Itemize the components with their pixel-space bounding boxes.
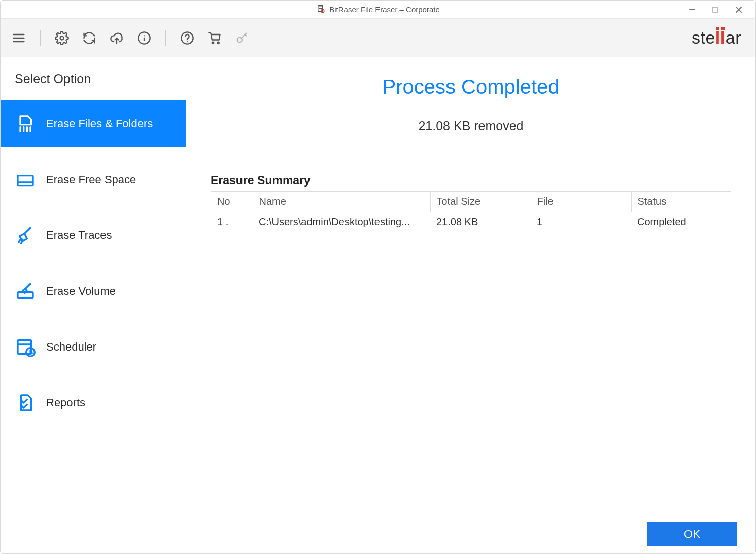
svg-point-17	[212, 42, 214, 44]
divider	[217, 148, 725, 148]
sidebar-item-label: Erase Files & Folders	[46, 117, 153, 130]
settings-gear-icon[interactable]	[53, 29, 71, 47]
calendar-clock-icon	[15, 336, 36, 358]
sidebar-header: Select Option	[1, 72, 186, 100]
sidebar-item-label: Erase Volume	[46, 285, 116, 298]
sidebar-item-reports[interactable]: Reports	[1, 379, 186, 426]
svg-rect-29	[18, 340, 31, 354]
col-size: Total Size	[430, 192, 531, 212]
svg-rect-24	[18, 176, 33, 186]
process-subtitle: 21.08 KB removed	[211, 119, 731, 133]
toolbar-separator	[40, 30, 41, 46]
svg-point-11	[60, 36, 64, 40]
summary-label: Erasure Summary	[211, 174, 731, 187]
window-title: BitRaser File Eraser – Corporate	[329, 5, 440, 14]
help-icon[interactable]	[178, 29, 196, 47]
cell-size: 21.08 KB	[430, 212, 531, 232]
close-button[interactable]	[734, 5, 743, 14]
col-no: No	[211, 192, 253, 212]
process-title: Process Completed	[211, 76, 731, 98]
cart-icon[interactable]	[205, 29, 224, 47]
sidebar-item-label: Scheduler	[46, 340, 96, 354]
brush-drive-icon	[15, 281, 36, 302]
sidebar-item-erase-traces[interactable]: Erase Traces	[1, 212, 186, 259]
footer: OK	[1, 514, 755, 553]
broom-icon	[15, 225, 36, 246]
svg-rect-5	[713, 7, 718, 12]
sidebar-item-erase-volume[interactable]: Erase Volume	[1, 268, 186, 315]
refresh-icon[interactable]	[80, 29, 98, 47]
titlebar: BitRaser File Eraser – Corporate	[1, 1, 755, 19]
maximize-button[interactable]	[711, 5, 720, 14]
cell-name: C:\Users\admin\Desktop\testing...	[253, 212, 430, 232]
hamburger-menu-icon[interactable]	[10, 29, 28, 47]
shredder-icon	[15, 113, 36, 134]
col-file: File	[531, 192, 631, 212]
table-row[interactable]: 1 . C:\Users\admin\Desktop\testing... 21…	[211, 212, 731, 232]
sidebar: Select Option Erase Files & Folders Eras…	[1, 57, 186, 514]
cell-file: 1	[531, 212, 631, 232]
svg-point-3	[321, 9, 324, 12]
key-icon[interactable]	[233, 29, 251, 47]
sidebar-item-erase-free-space[interactable]: Erase Free Space	[1, 156, 186, 203]
svg-line-26	[19, 239, 21, 243]
sidebar-item-scheduler[interactable]: Scheduler	[1, 324, 186, 370]
table-header-row: No Name Total Size File Status	[211, 192, 731, 212]
app-icon	[316, 4, 325, 15]
col-status: Status	[631, 192, 731, 212]
cloud-upload-icon[interactable]	[108, 29, 126, 47]
info-icon[interactable]	[135, 29, 153, 47]
sidebar-item-label: Reports	[46, 396, 85, 409]
summary-table: No Name Total Size File Status 1 . C:\Us…	[211, 191, 731, 455]
sidebar-item-label: Erase Traces	[46, 229, 112, 242]
svg-rect-0	[318, 5, 323, 11]
minimize-button[interactable]	[688, 5, 697, 14]
col-name: Name	[253, 192, 430, 212]
svg-point-18	[217, 42, 219, 44]
toolbar: stellar	[1, 19, 755, 57]
drive-icon	[15, 169, 36, 190]
report-icon	[15, 392, 36, 413]
sidebar-item-label: Erase Free Space	[46, 173, 136, 186]
cell-no: 1 .	[211, 212, 253, 232]
content: Process Completed 21.08 KB removed Erasu…	[186, 57, 755, 514]
toolbar-separator	[165, 30, 166, 46]
cell-status: Completed	[631, 212, 731, 232]
brand-logo: stellar	[692, 28, 746, 48]
ok-button[interactable]: OK	[647, 522, 737, 546]
sidebar-item-erase-files[interactable]: Erase Files & Folders	[1, 100, 186, 147]
